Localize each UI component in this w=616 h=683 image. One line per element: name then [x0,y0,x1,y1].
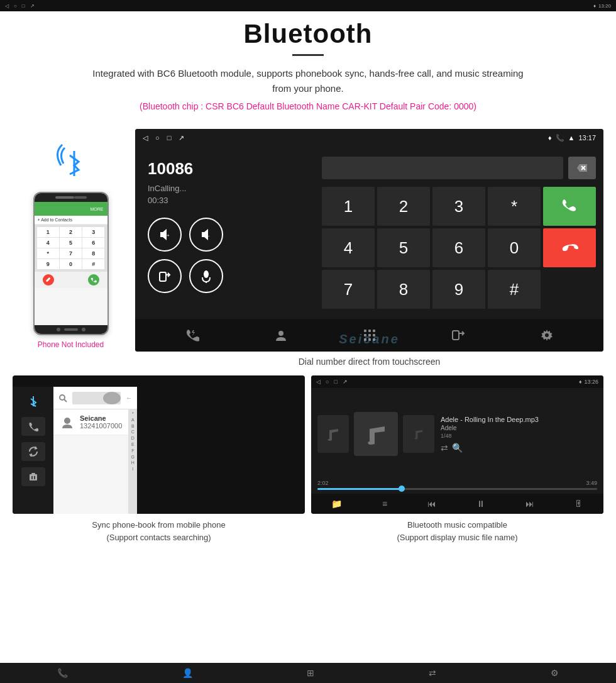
sidebar-call-icon[interactable] [21,417,45,436]
alpha-g: G [131,454,135,460]
phone-mockup: MORE + Add to Contacts 1 2 3 4 5 6 * 7 8… [33,192,109,335]
phone-key-6: 6 [82,238,104,248]
key-4[interactable]: 4 [322,228,375,267]
music-eq-icon[interactable]: 🎚 [575,499,583,509]
key-7[interactable]: 7 [322,270,375,309]
search-icon [58,394,67,403]
volume-up-btn[interactable]: + [148,218,182,252]
music-artist: Adele [441,425,597,431]
phone-key-1: 1 [37,227,59,237]
nav-transfer-icon[interactable] [451,328,465,342]
dial-number: 10086 [148,159,302,179]
svg-marker-2 [160,229,167,240]
key-end-call[interactable] [543,228,596,267]
page-title: Bluetooth [13,19,603,49]
list-item[interactable]: Seicane 13241007000 [53,409,128,435]
phone-call-btn [88,274,99,286]
dial-right-panel: 1 2 3 * 4 5 6 0 [314,147,603,319]
phone-key-4: 4 [37,238,59,248]
sidebar-refresh-icon[interactable] [21,442,45,461]
album-side-right [403,415,434,453]
contacts-search-bar: ← [53,387,137,409]
alpha-bar: * A B C D E F G H I [128,409,137,514]
status-bar: ◁ ○ □ ↗ ♦ 📞 ▲ 13:17 [135,129,603,147]
key-hash[interactable]: # [488,270,541,309]
car-screen-wrapper: ◁ ○ □ ↗ ♦ 📞 ▲ 13:17 10086 InCalling... [135,129,603,375]
key-8[interactable]: 8 [377,270,430,309]
shuffle-icon[interactable]: ⇄ [441,443,448,453]
key-1[interactable]: 1 [322,187,375,226]
phone-key-3: 3 [82,227,104,237]
music-screenshot: ◁ ○ □ ↗ ♦ 13:26 [311,375,603,514]
music-folder-icon[interactable]: 📁 [331,499,342,509]
music-info: Adele - Rolling In the Deep.mp3 Adele 1/… [441,394,597,474]
svg-rect-26 [30,474,37,480]
mute-btn[interactable] [189,259,223,293]
svg-marker-9 [577,164,587,172]
contacts-main: ← Seicane [53,387,137,514]
back-icon: ◁ [143,134,148,142]
nav-contacts-icon[interactable] [274,328,288,342]
sidebar-bluetooth-icon[interactable] [21,392,45,411]
key-9[interactable]: 9 [432,270,485,309]
sidebar-delete-icon[interactable] [21,467,45,486]
phone-add-contacts: + Add to Contacts [35,216,107,225]
svg-point-7 [204,270,209,278]
search-music-icon[interactable]: 🔍 [452,443,463,453]
search-input-bg[interactable] [72,392,121,404]
music-screenshot-item: ◁ ○ □ ↗ ♦ 13:26 [311,375,603,543]
key-2[interactable]: 2 [377,187,430,226]
phone-area: MORE + Add to Contacts 1 2 3 4 5 6 * 7 8… [13,129,129,349]
bluetooth-specs: (Bluetooth chip : CSR BC6 Default Blueto… [13,101,603,111]
key-star[interactable]: * [488,187,541,226]
progress-times: 2:02 3:49 [317,480,597,486]
music-track: 1/48 [441,433,597,439]
alpha-f: F [131,448,134,454]
numpad: 1 2 3 * 4 5 6 0 [322,187,596,309]
svg-text:+: + [167,233,170,238]
music-play-icon[interactable]: ⏸ [476,499,485,509]
dial-input-field[interactable] [322,157,563,179]
music-progress-area: 2:02 3:49 [311,480,603,494]
dial-ctrl-row-1: + - [148,218,302,252]
nav-settings-icon[interactable] [540,328,554,342]
title-divider [292,54,324,56]
contacts-screenshot-item: ◁ ○ □ ↗ ♦ 13:20 [13,375,305,543]
music-main: Adele - Rolling In the Deep.mp3 Adele 1/… [311,388,603,480]
phone-key-7: 7 [60,248,82,258]
key-5[interactable]: 5 [377,228,430,267]
progress-bar[interactable] [317,488,597,490]
dial-caption: Dial number direct from touchscreen [135,357,603,367]
key-call-green[interactable] [543,187,596,226]
album-main-art [354,412,398,456]
contacts-caption: Sync phone-book from mobile phone (Suppo… [13,519,305,543]
music-actions: ⇄ 🔍 [441,443,597,453]
status-right-icons: ♦ 📞 ▲ 13:17 [548,134,596,142]
svg-rect-22 [453,331,459,340]
main-content-row: MORE + Add to Contacts 1 2 3 4 5 6 * 7 8… [0,129,616,375]
volume-down-btn[interactable]: - [189,218,223,252]
contact-list: Seicane 13241007000 [53,409,128,514]
svg-point-24 [545,333,549,337]
nav-phone-icon[interactable] [185,328,199,342]
call-icon: 📞 [556,134,564,142]
bluetooth-signal-graphic [46,142,96,186]
bottom-row: ◁ ○ □ ↗ ♦ 13:20 [0,375,616,556]
key-0[interactable]: 0 [488,228,541,267]
transfer-call-btn[interactable] [148,259,182,293]
music-prev-icon[interactable]: ⏮ [427,499,436,509]
key-6[interactable]: 6 [432,228,485,267]
music-recents-icon: □ [334,379,337,385]
alpha-star: * [132,411,134,417]
music-next-icon[interactable]: ⏭ [525,499,534,509]
backspace-btn[interactable] [568,157,596,179]
music-list-icon[interactable]: ≡ [382,499,387,509]
svg-rect-27 [31,473,35,474]
contact-avatar-icon [60,414,75,430]
svg-point-12 [278,331,283,336]
page-header: Bluetooth Integrated with BC6 Bluetooth … [0,0,616,129]
music-time: 13:26 [584,379,598,385]
phone-dialpad: 1 2 3 4 5 6 * 7 8 9 0 # [35,225,107,272]
screenshot-icon: ↗ [179,134,184,142]
key-3[interactable]: 3 [432,187,485,226]
